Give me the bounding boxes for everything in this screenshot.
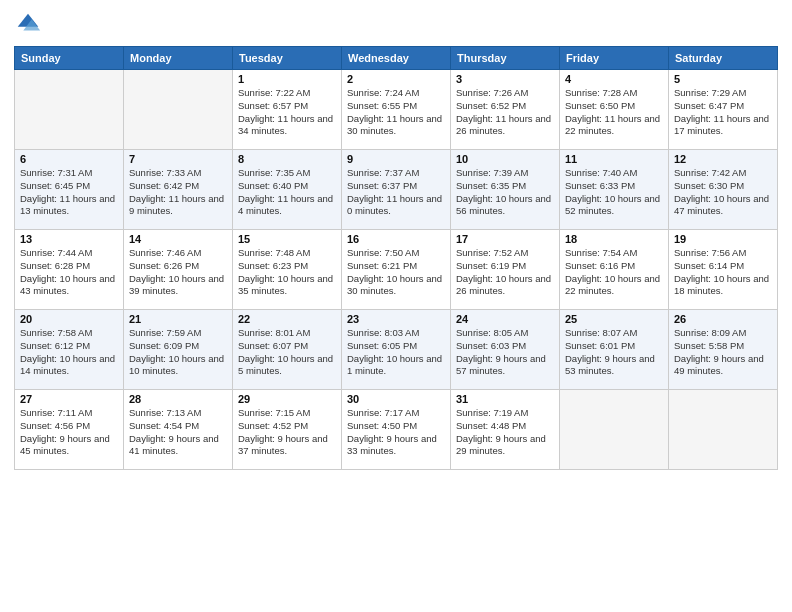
day-info: Sunrise: 7:46 AMSunset: 6:26 PMDaylight:…	[129, 247, 227, 298]
day-info: Sunrise: 7:37 AMSunset: 6:37 PMDaylight:…	[347, 167, 445, 218]
day-info: Sunrise: 7:50 AMSunset: 6:21 PMDaylight:…	[347, 247, 445, 298]
calendar-cell: 6Sunrise: 7:31 AMSunset: 6:45 PMDaylight…	[15, 150, 124, 230]
calendar-cell	[560, 390, 669, 470]
day-info: Sunrise: 7:33 AMSunset: 6:42 PMDaylight:…	[129, 167, 227, 218]
calendar-cell: 1Sunrise: 7:22 AMSunset: 6:57 PMDaylight…	[233, 70, 342, 150]
day-number: 19	[674, 233, 772, 245]
day-info: Sunrise: 8:09 AMSunset: 5:58 PMDaylight:…	[674, 327, 772, 378]
day-info: Sunrise: 7:44 AMSunset: 6:28 PMDaylight:…	[20, 247, 118, 298]
week-row-1: 1Sunrise: 7:22 AMSunset: 6:57 PMDaylight…	[15, 70, 778, 150]
calendar-cell: 17Sunrise: 7:52 AMSunset: 6:19 PMDayligh…	[451, 230, 560, 310]
day-number: 29	[238, 393, 336, 405]
calendar-cell: 3Sunrise: 7:26 AMSunset: 6:52 PMDaylight…	[451, 70, 560, 150]
calendar-cell: 7Sunrise: 7:33 AMSunset: 6:42 PMDaylight…	[124, 150, 233, 230]
day-info: Sunrise: 7:59 AMSunset: 6:09 PMDaylight:…	[129, 327, 227, 378]
day-info: Sunrise: 7:29 AMSunset: 6:47 PMDaylight:…	[674, 87, 772, 138]
day-info: Sunrise: 7:52 AMSunset: 6:19 PMDaylight:…	[456, 247, 554, 298]
calendar-cell: 5Sunrise: 7:29 AMSunset: 6:47 PMDaylight…	[669, 70, 778, 150]
day-number: 26	[674, 313, 772, 325]
day-info: Sunrise: 7:58 AMSunset: 6:12 PMDaylight:…	[20, 327, 118, 378]
day-info: Sunrise: 7:54 AMSunset: 6:16 PMDaylight:…	[565, 247, 663, 298]
calendar-cell: 26Sunrise: 8:09 AMSunset: 5:58 PMDayligh…	[669, 310, 778, 390]
day-info: Sunrise: 7:42 AMSunset: 6:30 PMDaylight:…	[674, 167, 772, 218]
day-info: Sunrise: 8:07 AMSunset: 6:01 PMDaylight:…	[565, 327, 663, 378]
day-info: Sunrise: 8:01 AMSunset: 6:07 PMDaylight:…	[238, 327, 336, 378]
calendar-cell: 22Sunrise: 8:01 AMSunset: 6:07 PMDayligh…	[233, 310, 342, 390]
day-info: Sunrise: 7:22 AMSunset: 6:57 PMDaylight:…	[238, 87, 336, 138]
day-number: 20	[20, 313, 118, 325]
calendar-cell: 2Sunrise: 7:24 AMSunset: 6:55 PMDaylight…	[342, 70, 451, 150]
day-number: 23	[347, 313, 445, 325]
day-number: 6	[20, 153, 118, 165]
day-number: 8	[238, 153, 336, 165]
calendar-cell	[124, 70, 233, 150]
calendar-table: SundayMondayTuesdayWednesdayThursdayFrid…	[14, 46, 778, 470]
day-info: Sunrise: 7:31 AMSunset: 6:45 PMDaylight:…	[20, 167, 118, 218]
weekday-header-friday: Friday	[560, 47, 669, 70]
day-info: Sunrise: 7:17 AMSunset: 4:50 PMDaylight:…	[347, 407, 445, 458]
weekday-header-thursday: Thursday	[451, 47, 560, 70]
day-number: 18	[565, 233, 663, 245]
calendar-cell: 4Sunrise: 7:28 AMSunset: 6:50 PMDaylight…	[560, 70, 669, 150]
day-number: 21	[129, 313, 227, 325]
day-info: Sunrise: 7:40 AMSunset: 6:33 PMDaylight:…	[565, 167, 663, 218]
day-number: 24	[456, 313, 554, 325]
calendar-cell: 10Sunrise: 7:39 AMSunset: 6:35 PMDayligh…	[451, 150, 560, 230]
calendar-cell: 11Sunrise: 7:40 AMSunset: 6:33 PMDayligh…	[560, 150, 669, 230]
calendar-cell: 24Sunrise: 8:05 AMSunset: 6:03 PMDayligh…	[451, 310, 560, 390]
weekday-header-saturday: Saturday	[669, 47, 778, 70]
week-row-5: 27Sunrise: 7:11 AMSunset: 4:56 PMDayligh…	[15, 390, 778, 470]
calendar-cell	[669, 390, 778, 470]
calendar-cell: 9Sunrise: 7:37 AMSunset: 6:37 PMDaylight…	[342, 150, 451, 230]
page: SundayMondayTuesdayWednesdayThursdayFrid…	[0, 0, 792, 612]
calendar-cell: 30Sunrise: 7:17 AMSunset: 4:50 PMDayligh…	[342, 390, 451, 470]
week-row-4: 20Sunrise: 7:58 AMSunset: 6:12 PMDayligh…	[15, 310, 778, 390]
week-row-2: 6Sunrise: 7:31 AMSunset: 6:45 PMDaylight…	[15, 150, 778, 230]
day-number: 5	[674, 73, 772, 85]
day-info: Sunrise: 7:26 AMSunset: 6:52 PMDaylight:…	[456, 87, 554, 138]
day-number: 14	[129, 233, 227, 245]
day-info: Sunrise: 7:28 AMSunset: 6:50 PMDaylight:…	[565, 87, 663, 138]
calendar-cell: 20Sunrise: 7:58 AMSunset: 6:12 PMDayligh…	[15, 310, 124, 390]
day-number: 11	[565, 153, 663, 165]
calendar-cell: 29Sunrise: 7:15 AMSunset: 4:52 PMDayligh…	[233, 390, 342, 470]
logo	[14, 10, 46, 38]
weekday-header-sunday: Sunday	[15, 47, 124, 70]
calendar-cell: 21Sunrise: 7:59 AMSunset: 6:09 PMDayligh…	[124, 310, 233, 390]
calendar-cell: 16Sunrise: 7:50 AMSunset: 6:21 PMDayligh…	[342, 230, 451, 310]
weekday-header-wednesday: Wednesday	[342, 47, 451, 70]
day-number: 7	[129, 153, 227, 165]
day-number: 27	[20, 393, 118, 405]
day-number: 4	[565, 73, 663, 85]
day-number: 31	[456, 393, 554, 405]
calendar-cell: 28Sunrise: 7:13 AMSunset: 4:54 PMDayligh…	[124, 390, 233, 470]
calendar-cell	[15, 70, 124, 150]
day-number: 10	[456, 153, 554, 165]
day-number: 1	[238, 73, 336, 85]
day-number: 12	[674, 153, 772, 165]
day-number: 25	[565, 313, 663, 325]
day-info: Sunrise: 8:05 AMSunset: 6:03 PMDaylight:…	[456, 327, 554, 378]
calendar-cell: 15Sunrise: 7:48 AMSunset: 6:23 PMDayligh…	[233, 230, 342, 310]
day-number: 28	[129, 393, 227, 405]
day-info: Sunrise: 7:56 AMSunset: 6:14 PMDaylight:…	[674, 247, 772, 298]
weekday-header-row: SundayMondayTuesdayWednesdayThursdayFrid…	[15, 47, 778, 70]
weekday-header-tuesday: Tuesday	[233, 47, 342, 70]
calendar-cell: 12Sunrise: 7:42 AMSunset: 6:30 PMDayligh…	[669, 150, 778, 230]
day-info: Sunrise: 8:03 AMSunset: 6:05 PMDaylight:…	[347, 327, 445, 378]
day-number: 3	[456, 73, 554, 85]
week-row-3: 13Sunrise: 7:44 AMSunset: 6:28 PMDayligh…	[15, 230, 778, 310]
day-info: Sunrise: 7:19 AMSunset: 4:48 PMDaylight:…	[456, 407, 554, 458]
calendar-cell: 31Sunrise: 7:19 AMSunset: 4:48 PMDayligh…	[451, 390, 560, 470]
day-number: 17	[456, 233, 554, 245]
day-number: 13	[20, 233, 118, 245]
calendar-cell: 19Sunrise: 7:56 AMSunset: 6:14 PMDayligh…	[669, 230, 778, 310]
day-number: 22	[238, 313, 336, 325]
calendar-cell: 8Sunrise: 7:35 AMSunset: 6:40 PMDaylight…	[233, 150, 342, 230]
calendar-cell: 13Sunrise: 7:44 AMSunset: 6:28 PMDayligh…	[15, 230, 124, 310]
day-info: Sunrise: 7:48 AMSunset: 6:23 PMDaylight:…	[238, 247, 336, 298]
weekday-header-monday: Monday	[124, 47, 233, 70]
day-number: 15	[238, 233, 336, 245]
day-info: Sunrise: 7:35 AMSunset: 6:40 PMDaylight:…	[238, 167, 336, 218]
day-number: 9	[347, 153, 445, 165]
